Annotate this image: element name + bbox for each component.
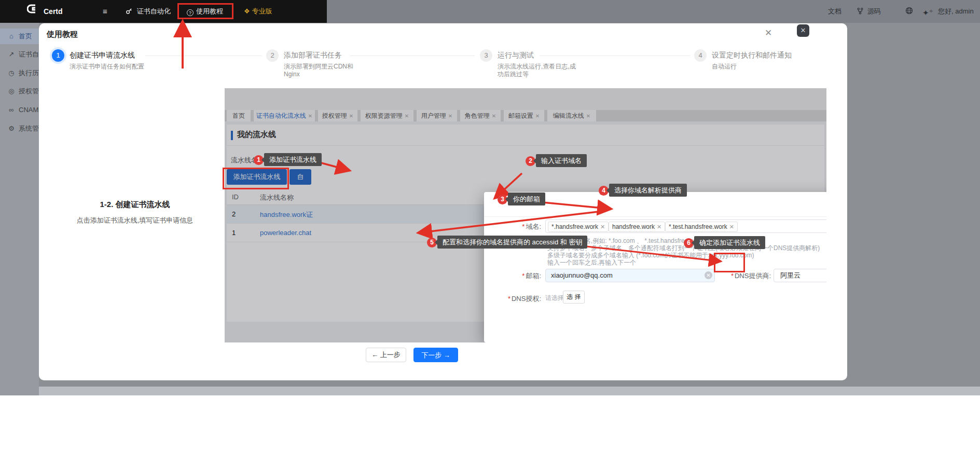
nav-pro-label: 专业版 [252,7,272,15]
required-mark: * [522,223,524,230]
sidebar-item-label: 系统管 [19,121,39,136]
app-screenshot: 首页 证书自动化流水线✕ 授权管理✕ 权限资源管理✕ 用户管理✕ 角色管理✕ 邮… [225,88,826,342]
nav-cert-label: 证书自动化 [137,7,171,15]
tutorial-step-description: 点击添加证书流水线,填写证书申请信息 [47,216,223,225]
clock-icon: ◷ [7,65,16,81]
step-3-title: 运行与测试 [498,51,534,60]
floating-close-icon[interactable]: ✕ [797,24,809,37]
tutorial-step-heading: 1-2. 创建证书流水线 [47,200,223,210]
domain-tag-text: handsfree.work [612,223,655,230]
clear-input-icon[interactable]: ✕ [705,271,712,279]
step-2-desc: 演示部署到阿里云CDN和Nginx [284,63,363,78]
sidebar-item-cert[interactable]: ↗ 证书自 [0,47,39,62]
add-pipeline-dialog: ✕ *域名: *.handsfree.work✕ handsfree.work✕… [484,192,826,342]
step-1-desc: 演示证书申请任务如何配置 [70,63,148,71]
sidebar-item-auth[interactable]: ◎ 授权管 [0,84,39,99]
required-mark: * [522,272,524,280]
domain-tag[interactable]: *.handsfree.work✕ [548,222,609,232]
step-4-desc: 自动运行 [712,63,791,71]
annotation-tip-1: 添加证书流水线 [264,153,322,166]
highlight-box-tutorial [177,3,233,19]
dns-auth-label: *DNS授权: [490,294,541,304]
sidebar-item-home[interactable]: ⌂ 首页 [0,29,39,44]
nav-docs[interactable]: 文档 [828,0,841,23]
tag-remove-icon[interactable]: ✕ [657,224,661,230]
required-mark: * [508,295,510,303]
next-step-button[interactable]: 下一步 → [413,348,458,362]
nav-pro-version[interactable]: ❖专业版 [244,0,272,23]
step-1-title: 创建证书申请流水线 [70,51,135,60]
step-2-title: 添加部署证书任务 [284,51,342,60]
page-footer-band [0,387,980,395]
email-input[interactable]: xiaojunnuo@qq.com [545,269,715,282]
required-mark: * [731,272,734,280]
key-icon [126,8,132,15]
step-3-desc: 演示流水线运行,查看日志,成功后跳过等 [498,63,576,78]
sidebar-item-label: 证书自 [19,47,39,62]
sidebar-item-system[interactable]: ⚙ 系统管 [0,121,39,136]
step-1-circle: 1 [52,49,64,62]
step-connector [145,56,262,56]
navbar-dimmed-area: 文档 源码 ✦✧ 您好, admin [327,0,980,23]
step-connector [350,56,475,56]
nav-cert-automation[interactable]: 证书自动化 [126,0,171,23]
sidebar-item-label: CNAME [19,102,39,118]
certd-logo[interactable] [27,0,38,23]
domain-tag-text: *.test.handsfree.work [669,223,727,230]
step-4-circle: 4 [694,49,707,62]
git-fork-icon [857,8,863,15]
prev-step-button[interactable]: ← 上一步 [366,348,406,362]
annotation-tip-4: 选择你域名解析提供商 [609,184,687,197]
sidebar-item-history[interactable]: ◷ 执行历 [0,65,39,81]
target-icon: ◎ [7,84,16,99]
modal-title: 使用教程 [47,30,78,39]
domain-help-line: 输入一个回车之后,再输入下一个 [547,258,636,267]
domain-tag[interactable]: *.test.handsfree.work✕ [665,222,738,232]
sidebar-item-label: 首页 [19,29,32,44]
modal-close-icon[interactable]: ✕ [765,28,772,38]
trend-icon: ↗ [7,47,16,62]
user-greeting[interactable]: 您好, admin [938,0,974,23]
badge-icon: ❖ [244,7,250,15]
highlight-box-confirm [714,253,745,272]
step-3-circle: 3 [480,49,492,62]
nav-source-label: 源码 [867,7,881,15]
step-connector [540,56,690,56]
highlight-box-add-button [223,168,289,189]
dns-provider-label: *DNS提供商: [716,271,771,281]
sidebar-item-label: 授权管 [19,84,39,99]
annotation-tip-2: 输入证书域名 [536,154,587,167]
dns-auth-placeholder: 请选择 [545,294,564,303]
step-4-title: 设置定时执行和邮件通知 [712,51,792,60]
step-2-circle: 2 [266,49,279,62]
sparkles-icon[interactable]: ✦✧ [922,0,933,23]
nav-source[interactable]: 源码 [857,0,881,23]
annotation-tip-5: 配置和选择你的域名提供商的 accessid 和 密钥 [437,236,587,249]
email-label: *邮箱: [490,271,541,281]
sidebar-item-label: 执行历 [19,65,39,81]
domain-tag-text: *.handsfree.work [551,223,598,230]
annotation-tip-6: 确定添加证书流水线 [694,236,765,249]
tag-remove-icon[interactable]: ✕ [600,224,605,230]
tutorial-left-text: 1-2. 创建证书流水线 点击添加证书流水线,填写证书申请信息 [47,200,223,225]
domain-label: *域名: [490,222,541,231]
choose-button[interactable]: 选 择 [563,291,585,304]
sidebar: ⌂ 首页 ↗ 证书自 ◷ 执行历 ◎ 授权管 ∞ CNAME ⚙ 系统管 [0,23,39,395]
dns-provider-select[interactable]: 阿里云 [774,269,826,282]
globe-icon[interactable] [905,0,913,23]
link-icon: ∞ [7,102,16,118]
brand-name[interactable]: Certd [44,0,63,23]
home-icon: ⌂ [7,29,16,44]
divider [484,216,826,217]
annotation-tip-3: 你的邮箱 [508,193,545,205]
domain-tags-input[interactable]: *.handsfree.work✕ handsfree.work✕ *.test… [545,219,826,233]
gear-icon: ⚙ [7,121,16,136]
tutorial-modal: 使用教程 ✕ 1 创建证书申请流水线 演示证书申请任务如何配置 2 添加部署证书… [39,23,847,380]
domain-tag[interactable]: handsfree.work✕ [609,222,665,232]
tag-remove-icon[interactable]: ✕ [729,224,734,230]
brand-c-icon [27,3,38,15]
collapse-menu-icon[interactable]: ≡ [103,0,107,23]
sidebar-item-cname[interactable]: ∞ CNAME [0,102,39,118]
